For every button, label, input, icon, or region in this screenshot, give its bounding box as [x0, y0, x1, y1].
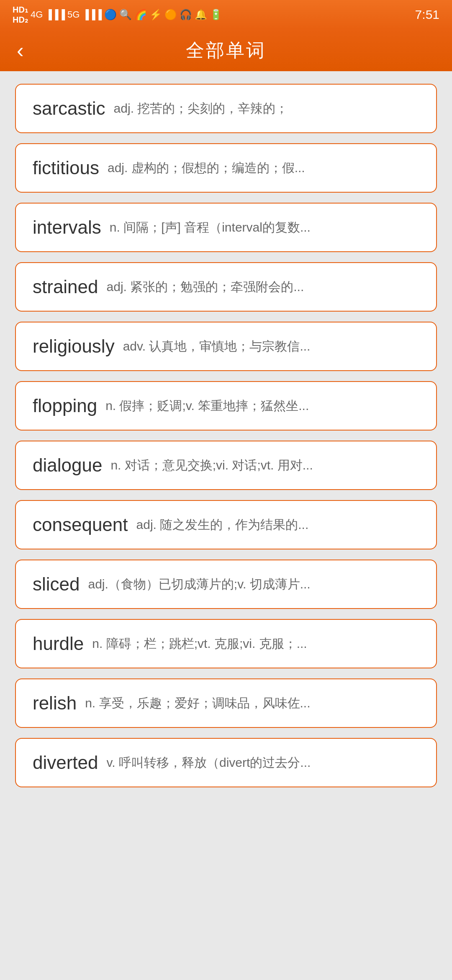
word-card[interactable]: floppingn. 假摔；贬调;v. 笨重地摔；猛然坐...	[15, 381, 437, 431]
word-english: fictitious	[33, 157, 99, 178]
word-card[interactable]: hurdlen. 障碍；栏；跳栏;vt. 克服;vi. 克服；...	[15, 619, 437, 668]
word-card[interactable]: consequentadj. 随之发生的，作为结果的...	[15, 500, 437, 549]
word-definition: n. 间隔；[声] 音程（interval的复数...	[110, 219, 419, 236]
word-english: sliced	[33, 574, 80, 595]
word-english: consequent	[33, 514, 128, 535]
word-english: strained	[33, 276, 98, 297]
status-bar: HD₁HD₂ 4G ▐▐▐ 5G ▐▐▐ 🔵 🔍 🌈 ⚡ 🟠 🎧 🔔 🔋 7:5…	[0, 0, 452, 29]
word-definition: n. 对话；意见交换;vi. 对话;vt. 用对...	[110, 457, 419, 474]
header: ‹ 全部单词	[0, 29, 452, 71]
word-english: flopping	[33, 395, 97, 416]
word-definition: adv. 认真地，审慎地；与宗教信...	[123, 338, 419, 355]
status-time: 7:51	[415, 8, 439, 22]
word-definition: v. 呼叫转移，释放（divert的过去分...	[107, 754, 419, 771]
battery-icon: 🔋	[210, 9, 222, 21]
word-card[interactable]: fictitiousadj. 虚构的；假想的；编造的；假...	[15, 143, 437, 193]
app-icon-5: 🟠	[164, 9, 177, 21]
status-icons: HD₁HD₂ 4G ▐▐▐ 5G ▐▐▐ 🔵 🔍 🌈 ⚡ 🟠 🎧 🔔 🔋	[13, 5, 222, 25]
word-definition: n. 障碍；栏；跳栏;vt. 克服;vi. 克服；...	[92, 635, 419, 652]
app-icon-3: 🌈	[134, 9, 147, 21]
bell-icon: 🔔	[195, 9, 207, 21]
word-definition: adj. 随之发生的，作为结果的...	[136, 516, 419, 534]
word-card[interactable]: strainedadj. 紧张的；勉强的；牵强附会的...	[15, 262, 437, 312]
word-definition: adj. 紧张的；勉强的；牵强附会的...	[107, 279, 419, 296]
word-english: hurdle	[33, 633, 84, 654]
word-card[interactable]: sarcasticadj. 挖苦的；尖刻的，辛辣的；	[15, 84, 437, 133]
headphone-icon: 🎧	[180, 9, 192, 21]
app-icon-2: 🔍	[119, 9, 132, 21]
word-english: sarcastic	[33, 98, 105, 119]
word-list: sarcasticadj. 挖苦的；尖刻的，辛辣的；fictitiousadj.…	[0, 71, 452, 800]
word-definition: adj. 虚构的；假想的；编造的；假...	[108, 160, 419, 177]
word-definition: n. 享受，乐趣；爱好；调味品，风味佐...	[85, 695, 419, 712]
word-definition: n. 假摔；贬调;v. 笨重地摔；猛然坐...	[105, 397, 419, 415]
app-icon-1: 🔵	[104, 9, 117, 21]
word-definition: adj. 挖苦的；尖刻的，辛辣的；	[114, 100, 419, 117]
page-title: 全部单词	[186, 38, 266, 63]
word-definition: adj.（食物）已切成薄片的;v. 切成薄片...	[88, 576, 420, 593]
word-english: diverted	[33, 752, 98, 773]
word-card[interactable]: relishn. 享受，乐趣；爱好；调味品，风味佐...	[15, 678, 437, 728]
word-english: relish	[33, 693, 77, 714]
word-english: religiously	[33, 336, 115, 357]
word-english: intervals	[33, 217, 101, 238]
4g-icon: 4G	[31, 9, 43, 20]
word-card[interactable]: slicedadj.（食物）已切成薄片的;v. 切成薄片...	[15, 560, 437, 609]
word-card[interactable]: divertedv. 呼叫转移，释放（divert的过去分...	[15, 738, 437, 787]
back-button[interactable]: ‹	[17, 40, 24, 61]
app-icon-4: ⚡	[149, 9, 162, 21]
word-card[interactable]: dialoguen. 对话；意见交换;vi. 对话;vt. 用对...	[15, 441, 437, 490]
5g-icon: 5G	[67, 9, 80, 20]
hd-icon: HD₁HD₂	[13, 5, 28, 25]
word-english: dialogue	[33, 455, 102, 476]
word-card[interactable]: intervalsn. 间隔；[声] 音程（interval的复数...	[15, 203, 437, 252]
signal-icon: ▐▐▐	[45, 9, 65, 20]
word-card[interactable]: religiouslyadv. 认真地，审慎地；与宗教信...	[15, 322, 437, 371]
signal2-icon: ▐▐▐	[82, 9, 102, 20]
